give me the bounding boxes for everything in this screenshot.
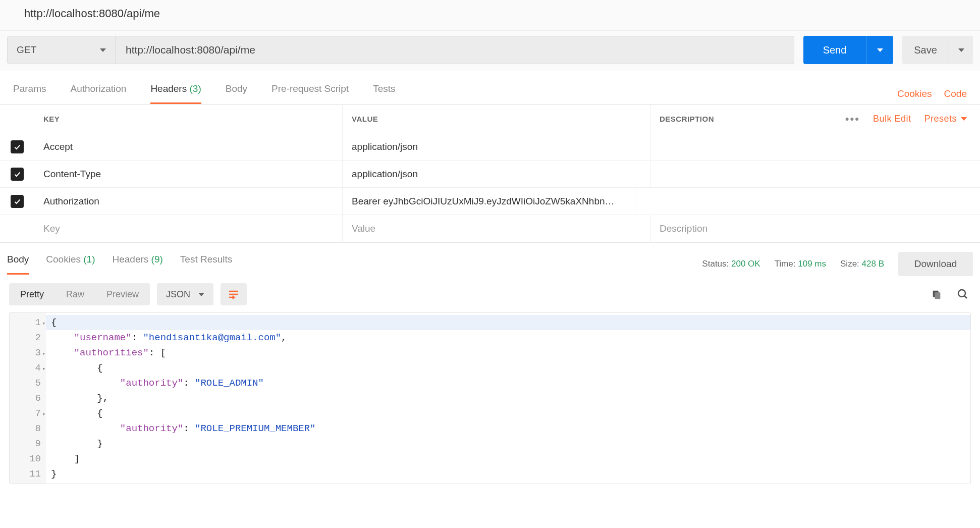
response-tab-body[interactable]: Body [7,254,29,275]
response-view-bar: Pretty Raw Preview JSON [0,276,980,312]
time-value: 109 ms [798,259,826,269]
checkbox[interactable] [11,168,24,181]
header-row: Authorization Bearer eyJhbGciOiJIUzUxMiJ… [0,188,980,215]
status-label: Status: 200 OK [702,259,760,269]
header-value-cell[interactable]: application/json [342,161,650,187]
download-button[interactable]: Download [898,252,973,276]
cookies-link[interactable]: Cookies [897,88,932,99]
header-desc-cell[interactable] [650,133,980,160]
response-tab-cookies[interactable]: Cookies (1) [46,254,95,275]
wrap-lines-button[interactable] [221,283,247,305]
size-label: Size: 428 B [840,259,884,269]
svg-point-4 [958,290,965,297]
header-desc-input[interactable]: Description [650,215,980,242]
save-button-group: Save [902,36,973,64]
send-dropdown[interactable] [866,36,893,64]
checkbox[interactable] [11,195,24,208]
header-row: Content-Type application/json [0,161,980,188]
header-key-cell[interactable]: Content-Type [34,169,342,180]
line-gutter: 1 2 3 4 5 6 7 8 9 10 11 [10,313,46,484]
format-select[interactable]: JSON [157,283,213,305]
header-key-input[interactable]: Key [34,223,342,234]
bulk-edit-link[interactable]: Bulk Edit [873,114,911,124]
header-value-cell[interactable]: Bearer eyJhbGciOiJIUzUxMiJ9.eyJzdWIiOiJo… [342,188,635,215]
header-value-cell[interactable]: application/json [342,133,650,160]
url-value: http://localhost:8080/api/me [126,44,255,56]
app-window: http://localhost:8080/api/me GET http://… [0,0,980,484]
chevron-down-icon [100,48,106,52]
code-link[interactable]: Code [944,88,967,99]
save-dropdown[interactable] [949,36,973,64]
checkbox[interactable] [11,140,24,153]
col-description: DESCRIPTION ••• Bulk Edit Presets [650,105,980,133]
tab-tests[interactable]: Tests [373,83,395,104]
tab-headers-label: Headers [150,83,187,94]
tab-prerequest[interactable]: Pre-request Script [271,83,349,104]
url-input[interactable]: http://localhost:8080/api/me [116,36,794,64]
wrap-icon [228,288,240,300]
view-preview[interactable]: Preview [95,283,150,305]
view-raw[interactable]: Raw [55,283,95,305]
response-code[interactable]: { "username": "hendisantika@gmail.com", … [46,313,970,484]
col-value: VALUE [342,105,650,133]
request-tabs: Params Authorization Headers (3) Body Pr… [0,71,980,104]
chevron-down-icon [877,48,883,52]
svg-line-5 [964,296,967,298]
svg-rect-3 [935,292,940,299]
view-pretty[interactable]: Pretty [9,283,55,305]
chevron-down-icon [198,293,204,296]
header-value-input[interactable]: Value [342,215,650,242]
more-icon[interactable]: ••• [845,113,860,126]
tab-authorization[interactable]: Authorization [70,83,126,104]
size-value: 428 B [862,259,884,269]
response-tab-test-results[interactable]: Test Results [180,254,232,275]
header-desc-cell[interactable] [650,161,980,187]
view-mode-tabs: Pretty Raw Preview [9,283,150,305]
header-key-cell[interactable]: Authorization [34,196,342,207]
chevron-down-icon [958,48,964,52]
tab-body[interactable]: Body [226,83,247,104]
response-tab-headers[interactable]: Headers (9) [112,254,162,275]
header-key-cell[interactable]: Accept [34,141,342,152]
search-icon[interactable] [955,286,971,302]
response-body: 1 2 3 4 5 6 7 8 9 10 11 { "username": "h… [9,312,971,484]
request-title: http://localhost:8080/api/me [0,0,980,31]
tab-params[interactable]: Params [13,83,46,104]
header-row-new: Key Value Description [0,215,980,242]
response-bar: Body Cookies (1) Headers (9) Test Result… [0,242,980,276]
header-row: Accept application/json [0,133,980,161]
time-label: Time: 109 ms [775,259,826,269]
send-button-group: Send [803,36,893,64]
tab-headers-count: (3) [189,83,201,94]
send-button[interactable]: Send [803,36,866,64]
status-value: 200 OK [731,259,760,269]
chevron-down-icon [961,117,967,121]
header-desc-cell[interactable] [635,188,980,215]
http-method-value: GET [17,44,36,56]
presets-dropdown[interactable]: Presets [924,114,967,124]
save-button[interactable]: Save [902,36,949,64]
http-method-select[interactable]: GET [7,36,116,64]
headers-table-head: KEY VALUE DESCRIPTION ••• Bulk Edit Pres… [0,105,980,133]
col-key: KEY [34,115,342,123]
copy-icon[interactable] [929,286,945,302]
request-row: GET http://localhost:8080/api/me Send Sa… [0,31,980,71]
tab-headers[interactable]: Headers (3) [150,83,201,104]
headers-table: KEY VALUE DESCRIPTION ••• Bulk Edit Pres… [0,104,980,242]
